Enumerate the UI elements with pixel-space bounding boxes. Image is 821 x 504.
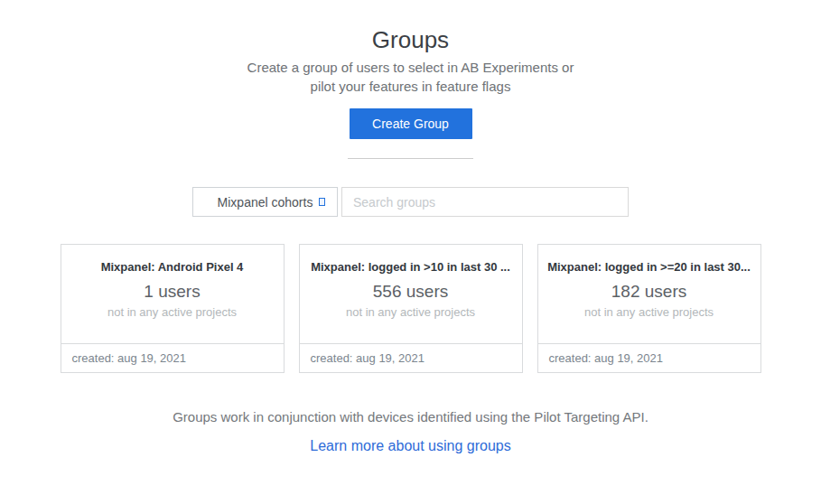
group-title: Mixpanel: logged in >10 in last 30 ... bbox=[307, 260, 515, 274]
group-card[interactable]: Mixpanel: Android Pixel 4 1 users not in… bbox=[61, 244, 285, 373]
group-title: Mixpanel: logged in >=20 in last 30... bbox=[546, 260, 753, 274]
page-subtitle: Create a group of users to select in AB … bbox=[0, 58, 821, 96]
group-card[interactable]: Mixpanel: logged in >=20 in last 30... 1… bbox=[537, 244, 761, 373]
group-created-date: created: aug 19, 2021 bbox=[61, 343, 284, 372]
group-card-body: Mixpanel: Android Pixel 4 1 users not in… bbox=[61, 245, 284, 343]
dropdown-indicator-icon bbox=[319, 198, 325, 206]
header-divider bbox=[348, 158, 473, 159]
group-projects-note: not in any active projects bbox=[307, 305, 515, 319]
group-card-body: Mixpanel: logged in >10 in last 30 ... 5… bbox=[300, 245, 522, 343]
group-cards-row: Mixpanel: Android Pixel 4 1 users not in… bbox=[0, 244, 821, 373]
page-header: Groups Create a group of users to select… bbox=[0, 25, 821, 159]
search-input[interactable] bbox=[341, 187, 629, 217]
group-card-body: Mixpanel: logged in >=20 in last 30... 1… bbox=[538, 245, 760, 343]
groups-info-text: Groups work in conjunction with devices … bbox=[0, 409, 821, 425]
cohort-source-dropdown[interactable]: Mixpanel cohorts bbox=[192, 187, 338, 217]
page-subtitle-line2: pilot your features in feature flags bbox=[0, 77, 821, 96]
group-users-count: 556 users bbox=[307, 282, 515, 302]
group-created-date: created: aug 19, 2021 bbox=[538, 343, 760, 372]
create-group-button[interactable]: Create Group bbox=[350, 108, 472, 139]
page-title: Groups bbox=[0, 25, 821, 54]
group-title: Mixpanel: Android Pixel 4 bbox=[69, 260, 276, 274]
group-users-count: 182 users bbox=[546, 282, 753, 302]
group-projects-note: not in any active projects bbox=[546, 305, 753, 319]
page-subtitle-line1: Create a group of users to select in AB … bbox=[0, 58, 821, 77]
group-users-count: 1 users bbox=[69, 282, 276, 302]
filter-row: Mixpanel cohorts bbox=[0, 187, 821, 217]
learn-more-link[interactable]: Learn more about using groups bbox=[310, 438, 510, 453]
group-projects-note: not in any active projects bbox=[69, 305, 276, 319]
search-box bbox=[341, 187, 629, 217]
group-card[interactable]: Mixpanel: logged in >10 in last 30 ... 5… bbox=[299, 244, 523, 373]
cohort-source-dropdown-label: Mixpanel cohorts bbox=[218, 195, 313, 210]
groups-page: Groups Create a group of users to select… bbox=[0, 0, 821, 504]
group-created-date: created: aug 19, 2021 bbox=[300, 343, 522, 372]
